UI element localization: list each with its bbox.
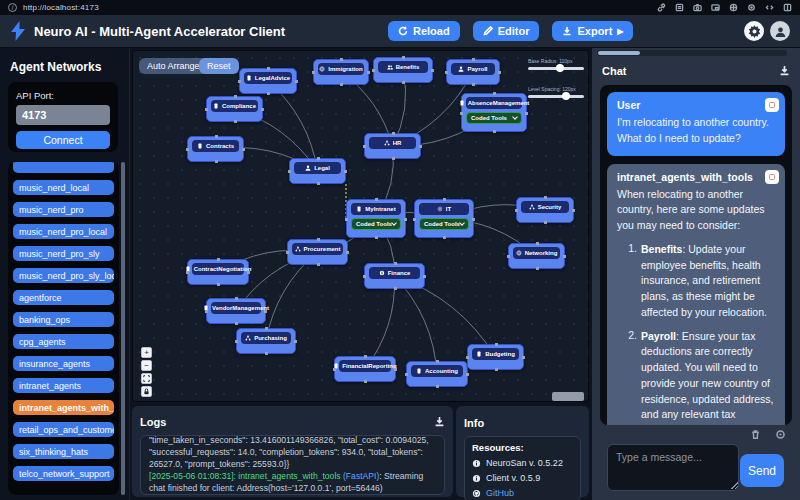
node-port[interactable] bbox=[394, 262, 397, 265]
sidebar-item-insurance_agents[interactable]: insurance_agents bbox=[13, 356, 114, 371]
node-port[interactable] bbox=[445, 71, 448, 74]
level-spacing-slider-thumb[interactable] bbox=[562, 92, 570, 100]
node-port[interactable] bbox=[186, 271, 189, 274]
node-port[interactable] bbox=[242, 148, 245, 151]
agent-network-graph-canvas[interactable]: LegalAdviceImmigrationBenefitsPayrollAbs… bbox=[132, 50, 589, 402]
node-port[interactable] bbox=[238, 80, 241, 83]
sidebar-item-six_thinking_hats[interactable]: six_thinking_hats bbox=[13, 444, 114, 459]
graph-node-Purchasing[interactable]: Purchasing bbox=[236, 328, 296, 354]
node-port[interactable] bbox=[186, 148, 189, 151]
browser-address-bar[interactable]: i http://localhost:4173 bbox=[0, 0, 800, 15]
sidebar-scrollbar-thumb[interactable] bbox=[121, 162, 125, 495]
node-port[interactable] bbox=[375, 236, 378, 239]
sidebar-item-banking_ops[interactable]: banking_ops bbox=[13, 312, 114, 327]
node-port[interactable] bbox=[522, 356, 525, 359]
zoom-in-button[interactable]: + bbox=[141, 347, 152, 358]
scroll-lock-target-icon[interactable] bbox=[775, 429, 786, 440]
editor-button[interactable]: Editor bbox=[473, 21, 540, 41]
node-port[interactable] bbox=[394, 368, 397, 371]
logs-download-button[interactable] bbox=[434, 413, 445, 431]
picture-in-picture-icon[interactable] bbox=[711, 3, 720, 12]
node-port[interactable] bbox=[295, 80, 298, 83]
node-port[interactable] bbox=[472, 218, 475, 221]
node-port[interactable] bbox=[235, 322, 238, 325]
graph-node-Benefits[interactable]: Benefits bbox=[373, 57, 433, 83]
graph-node-Legal[interactable]: Legal bbox=[289, 158, 346, 184]
api-port-input[interactable] bbox=[16, 105, 110, 125]
node-port[interactable] bbox=[544, 221, 547, 224]
graph-node-Finance[interactable]: Finance bbox=[364, 263, 425, 289]
node-port[interactable] bbox=[392, 132, 395, 135]
node-port[interactable] bbox=[217, 283, 220, 286]
graph-horizontal-scrollbar[interactable] bbox=[552, 392, 584, 401]
node-port[interactable] bbox=[419, 145, 422, 148]
sidebar-item-music_nerd_pro[interactable]: music_nerd_pro bbox=[13, 202, 114, 217]
node-port[interactable] bbox=[466, 373, 469, 376]
node-port[interactable] bbox=[294, 340, 297, 343]
sidebar-item-intranet_agents_with_tools[interactable]: intranet_agents_with_tools bbox=[13, 400, 114, 415]
copy-message-button[interactable] bbox=[765, 98, 779, 112]
node-port[interactable] bbox=[495, 368, 498, 371]
chat-download-button[interactable] bbox=[779, 62, 790, 80]
chat-horizontal-scrollbar[interactable] bbox=[597, 50, 787, 56]
node-port[interactable] bbox=[205, 108, 208, 111]
node-port[interactable] bbox=[375, 198, 378, 201]
graph-node-IT[interactable]: ITCoded Tools bbox=[414, 199, 474, 238]
node-port[interactable] bbox=[498, 71, 501, 74]
node-port[interactable] bbox=[265, 352, 268, 355]
node-port[interactable] bbox=[317, 157, 320, 160]
graph-node-Security[interactable]: Security bbox=[516, 197, 574, 223]
lock-button[interactable] bbox=[141, 386, 152, 397]
sidebar-item-music_nerd_local[interactable]: music_nerd_local bbox=[13, 180, 114, 195]
node-port[interactable] bbox=[261, 108, 264, 111]
node-port[interactable] bbox=[402, 81, 405, 84]
node-port[interactable] bbox=[443, 198, 446, 201]
user-avatar-button[interactable] bbox=[770, 21, 790, 41]
node-port[interactable] bbox=[333, 368, 336, 371]
sidebar-item-music_nerd_pro_local[interactable]: music_nerd_pro_local bbox=[13, 224, 114, 239]
node-port[interactable] bbox=[472, 58, 475, 61]
sidebar-scrollbar[interactable] bbox=[121, 162, 125, 495]
node-port[interactable] bbox=[443, 236, 446, 239]
target-icon[interactable] bbox=[747, 3, 756, 12]
node-port[interactable] bbox=[423, 275, 426, 278]
node-port[interactable] bbox=[235, 340, 238, 343]
node-port[interactable] bbox=[215, 160, 218, 163]
node-port[interactable] bbox=[493, 92, 496, 95]
github-link[interactable]: GitHub bbox=[486, 488, 514, 498]
node-port[interactable] bbox=[405, 373, 408, 376]
node-port[interactable] bbox=[205, 310, 208, 313]
sidebar-item-telco_network_support[interactable]: telco_network_support bbox=[13, 466, 114, 481]
node-port[interactable] bbox=[363, 275, 366, 278]
extensions-icon[interactable] bbox=[729, 3, 738, 12]
node-port[interactable] bbox=[507, 255, 510, 258]
node-port[interactable] bbox=[247, 271, 250, 274]
graph-node-Compliance[interactable]: Compliance bbox=[206, 96, 263, 122]
sidebar-item-music_nerd_pro_sly_local[interactable]: music_nerd_pro_sly_local bbox=[13, 268, 114, 283]
node-port[interactable] bbox=[536, 267, 539, 270]
node-port[interactable] bbox=[317, 238, 320, 241]
code-icon[interactable] bbox=[765, 3, 774, 12]
base-radius-slider[interactable] bbox=[528, 67, 584, 70]
node-port[interactable] bbox=[436, 385, 439, 388]
fit-view-button[interactable] bbox=[141, 373, 152, 384]
node-port[interactable] bbox=[367, 71, 370, 74]
node-port[interactable] bbox=[372, 69, 375, 72]
export-button[interactable]: Export ▶ bbox=[552, 21, 633, 41]
coded-tools-dropdown[interactable]: Coded Tools bbox=[351, 218, 401, 230]
node-port[interactable] bbox=[436, 360, 439, 363]
graph-node-Networking[interactable]: Networking bbox=[508, 243, 565, 269]
sidebar-item-intranet_agents[interactable]: intranet_agents bbox=[13, 378, 114, 393]
node-port[interactable] bbox=[215, 135, 218, 138]
graph-node-Payroll[interactable]: Payroll bbox=[446, 59, 500, 85]
node-port[interactable] bbox=[431, 69, 434, 72]
node-port[interactable] bbox=[495, 343, 498, 346]
node-port[interactable] bbox=[460, 112, 463, 115]
graph-node-Contracts[interactable]: Contracts bbox=[187, 136, 244, 162]
node-port[interactable] bbox=[345, 218, 348, 221]
node-port[interactable] bbox=[344, 170, 347, 173]
graph-node-ContractNegotiation[interactable]: ContractNegotiation bbox=[187, 259, 249, 285]
auto-arrange-button[interactable]: Auto Arrange bbox=[139, 58, 208, 74]
node-port[interactable] bbox=[493, 130, 496, 133]
graph-node-FinancialReporting[interactable]: FinancialReporting bbox=[334, 356, 396, 382]
